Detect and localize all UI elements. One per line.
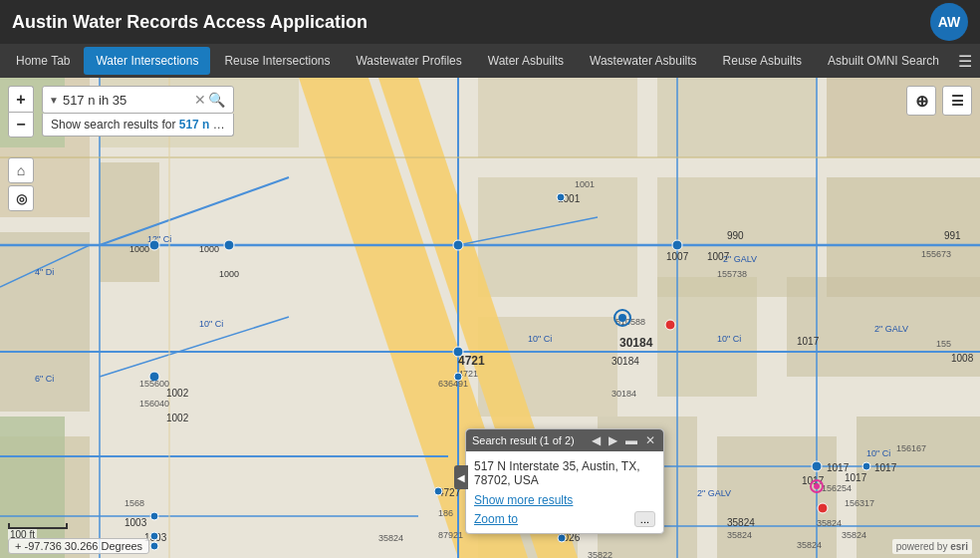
svg-text:1007: 1007 xyxy=(666,251,689,262)
svg-text:4721: 4721 xyxy=(458,354,485,368)
popup-header: Search result (1 of 2) ◀ ▶ ▬ ✕ xyxy=(466,429,663,451)
tab-home[interactable]: Home Tab xyxy=(4,47,82,75)
svg-text:87921: 87921 xyxy=(438,530,463,540)
popup-prev-button[interactable]: ◀ xyxy=(590,433,603,447)
app-title: Austin Water Records Access Application xyxy=(12,12,918,33)
search-dropdown-button[interactable]: ▼ xyxy=(47,95,61,106)
popup-minimize-button[interactable]: ▬ xyxy=(623,433,639,447)
svg-text:10" Ci: 10" Ci xyxy=(528,334,552,344)
map-container[interactable]: 4" Di 6" Ci 12" Ci 10" Ci 10" Ci 10" Ci … xyxy=(0,78,980,558)
tab-wastewater-profiles[interactable]: Wastewater Profiles xyxy=(344,47,473,75)
search-input-row: ▼ ✕ 🔍 xyxy=(42,86,234,114)
layer-toggle-button[interactable]: ⊕ xyxy=(906,86,936,116)
svg-text:30184: 30184 xyxy=(612,389,636,399)
svg-text:35824: 35824 xyxy=(378,533,403,543)
popup-next-button[interactable]: ▶ xyxy=(607,433,619,447)
svg-text:10" Ci: 10" Ci xyxy=(866,448,890,458)
svg-point-120 xyxy=(558,534,566,542)
tab-wastewater-asbuilts[interactable]: Wastewater Asbuilts xyxy=(578,47,709,75)
svg-rect-2 xyxy=(0,232,90,412)
svg-text:6" Ci: 6" Ci xyxy=(35,374,54,384)
svg-point-112 xyxy=(557,193,565,201)
tab-reuse-intersections[interactable]: Reuse Intersections xyxy=(212,47,342,75)
svg-rect-13 xyxy=(657,277,757,397)
coordinates-display: + -97.736 30.266 Degrees xyxy=(8,538,149,554)
svg-text:10" Ci: 10" Ci xyxy=(717,334,741,344)
svg-text:35824: 35824 xyxy=(797,540,822,550)
svg-text:10" Ci: 10" Ci xyxy=(199,319,223,329)
popup-show-more-link[interactable]: Show more results xyxy=(474,493,655,507)
search-input[interactable] xyxy=(63,93,192,108)
svg-text:155600: 155600 xyxy=(139,379,169,389)
tab-water-intersections[interactable]: Water Intersections xyxy=(84,47,210,75)
locate-button[interactable]: ◎ xyxy=(8,185,34,211)
search-popup: Search result (1 of 2) ◀ ▶ ▬ ✕ ◀ 517 N I… xyxy=(465,428,664,534)
svg-text:4" Di: 4" Di xyxy=(35,267,54,277)
app-logo: AW xyxy=(930,3,968,41)
svg-text:156167: 156167 xyxy=(896,443,926,453)
svg-rect-7 xyxy=(657,78,817,157)
popup-header-title: Search result (1 of 2) xyxy=(472,434,586,446)
tab-reuse-asbuilts[interactable]: Reuse Asbuilts xyxy=(711,47,814,75)
search-clear-button[interactable]: ✕ xyxy=(194,92,206,108)
svg-text:155738: 155738 xyxy=(717,269,747,279)
svg-text:2" GALV: 2" GALV xyxy=(874,324,908,334)
map-zoom-controls: + − xyxy=(8,86,34,138)
svg-point-114 xyxy=(618,314,626,322)
svg-point-59 xyxy=(150,542,158,550)
map-top-right-controls: ⊕ ☰ xyxy=(906,86,972,116)
svg-point-57 xyxy=(862,462,870,470)
popup-collapse-button[interactable]: ◀ xyxy=(454,465,468,489)
nav-tabs: Home Tab Water Intersections Reuse Inter… xyxy=(0,44,980,78)
svg-text:30184: 30184 xyxy=(619,336,653,350)
svg-text:636491: 636491 xyxy=(438,379,468,389)
zoom-button-group: + − xyxy=(8,86,34,138)
svg-text:156317: 156317 xyxy=(845,498,874,508)
esri-attribution: powered by esri xyxy=(892,539,972,554)
svg-text:35822: 35822 xyxy=(588,550,612,558)
svg-text:35824: 35824 xyxy=(727,517,755,528)
svg-text:1017: 1017 xyxy=(874,462,897,473)
svg-text:2" GALV: 2" GALV xyxy=(697,488,731,498)
popup-body: 517 N Interstate 35, Austin, TX, 78702, … xyxy=(466,451,663,533)
svg-text:156254: 156254 xyxy=(822,483,852,493)
popup-close-button[interactable]: ✕ xyxy=(643,433,657,447)
svg-text:35824: 35824 xyxy=(842,530,866,540)
zoom-out-button[interactable]: − xyxy=(8,112,34,138)
svg-text:1008: 1008 xyxy=(951,353,974,364)
svg-text:1017: 1017 xyxy=(797,336,820,347)
svg-text:35824: 35824 xyxy=(727,530,752,540)
svg-text:991: 991 xyxy=(944,230,961,241)
svg-point-118 xyxy=(814,483,820,489)
tab-water-asbuilts[interactable]: Water Asbuilts xyxy=(476,47,576,75)
svg-point-116 xyxy=(434,487,442,495)
svg-text:1017: 1017 xyxy=(845,472,867,483)
svg-rect-6 xyxy=(478,78,637,157)
svg-rect-18 xyxy=(857,417,980,558)
home-extent-button[interactable]: ⌂ xyxy=(8,157,34,183)
svg-text:1000: 1000 xyxy=(129,244,149,254)
zoom-in-button[interactable]: + xyxy=(8,86,34,112)
search-suggestion-bold: 517 n xyxy=(179,118,210,132)
svg-point-115 xyxy=(454,373,462,381)
svg-text:35824: 35824 xyxy=(817,518,842,528)
popup-more-button[interactable]: ... xyxy=(634,511,655,527)
svg-text:155673: 155673 xyxy=(921,249,951,259)
legend-button[interactable]: ☰ xyxy=(942,86,972,116)
svg-point-51 xyxy=(224,240,234,250)
tab-asbuilt-omni-search[interactable]: Asbuilt OMNI Search xyxy=(816,47,951,75)
grid-icon-button[interactable]: ☰ xyxy=(953,47,976,75)
svg-text:1000: 1000 xyxy=(219,269,239,279)
svg-text:30184: 30184 xyxy=(612,356,639,367)
svg-text:990: 990 xyxy=(727,230,744,241)
svg-point-60 xyxy=(665,320,675,330)
svg-point-53 xyxy=(672,240,682,250)
map-tools: ⌂ ◎ xyxy=(8,157,34,211)
popup-footer: Zoom to ... xyxy=(474,511,655,527)
search-go-button[interactable]: 🔍 xyxy=(208,92,225,108)
search-suggestion[interactable]: Show search results for 517 n … xyxy=(42,114,234,137)
svg-rect-5 xyxy=(100,162,159,282)
svg-text:186: 186 xyxy=(438,508,453,518)
popup-zoom-to-link[interactable]: Zoom to xyxy=(474,512,518,526)
svg-point-52 xyxy=(453,240,463,250)
